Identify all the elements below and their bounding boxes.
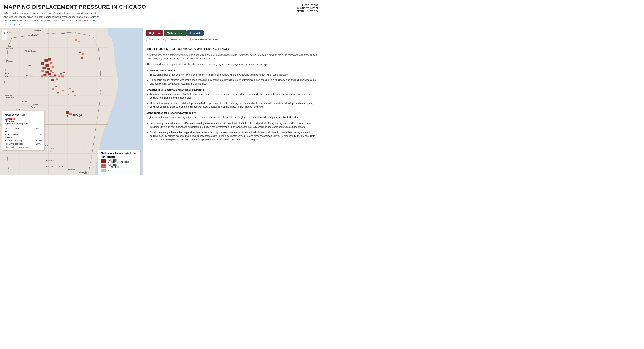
tooltip-section8: Section 8 (5, 136, 42, 139)
svg-text:Glenview: Glenview (31, 34, 38, 36)
high-risk-button[interactable]: High-risk (146, 30, 163, 36)
chip-606-trail[interactable]: 📍 606 Trai... (146, 37, 164, 42)
map-controls: + − (2, 30, 7, 40)
page-header: MAPPING DISPLACEMENT PRESSURE IN CHICAGO… (0, 0, 322, 28)
page-subtitle: Where is displacement a concern in Chica… (4, 11, 100, 26)
location-icon-3: 📍 (189, 38, 192, 40)
tooltip-rent-sub: $900 (5, 130, 42, 132)
svg-rect-34 (47, 68, 50, 70)
svg-text:Mount: Mount (6, 45, 11, 47)
svg-rect-46 (58, 76, 60, 77)
svg-rect-61 (75, 39, 77, 40)
tooltip-project-row: Project-based 0% (5, 133, 42, 136)
low-risk-button[interactable]: Low-risk (187, 30, 204, 36)
svg-rect-48 (63, 72, 64, 73)
chip-paseo-trail[interactable]: 📍 Paseo Trai... (165, 37, 185, 42)
svg-text:Elmwood: Elmwood (31, 104, 38, 106)
zoom-out-button[interactable]: − (2, 35, 7, 40)
svg-text:160: 160 (84, 172, 87, 174)
svg-rect-31 (45, 64, 49, 67)
bullet-list-3: Implement policies that create affordabl… (150, 122, 318, 142)
institute-logo: INSTITUTE FOR HOUSING STUDIES AT DEPAUL … (296, 4, 318, 13)
svg-rect-39 (44, 74, 46, 76)
svg-rect-45 (51, 79, 54, 81)
svg-rect-42 (52, 72, 54, 73)
tooltip-rent-row: Gross rent under 36.8%* (5, 127, 42, 130)
svg-rect-63 (79, 52, 81, 53)
svg-text:Franklin: Franklin (21, 101, 27, 103)
svg-rect-40 (48, 72, 50, 75)
svg-rect-62 (78, 41, 80, 42)
svg-text:Park: Park (31, 106, 35, 108)
svg-text:dison: dison (16, 108, 20, 110)
svg-text:Park: Park (58, 168, 62, 170)
svg-rect-58 (70, 88, 71, 89)
svg-rect-41 (40, 76, 43, 77)
section-heading-3: Opportunities for preserving affordabili… (147, 112, 318, 114)
location-icon-2: 📍 (168, 38, 170, 40)
svg-rect-50 (66, 111, 69, 114)
neighborhood-tooltip: Near West Side Vulnerable High-cost Sign… (2, 111, 44, 150)
svg-text:Morton Grove: Morton Grove (25, 50, 36, 52)
svg-text:✈ ORD: ✈ ORD (12, 100, 16, 102)
svg-text:Niles: Niles (27, 64, 31, 66)
bullet-list-1: These areas have a high share of lower-i… (150, 73, 318, 86)
svg-rect-56 (68, 94, 69, 95)
tooltip-neighborhood: Near West Side (5, 113, 42, 116)
svg-text:Prospect: Prospect (6, 48, 13, 50)
svg-rect-44 (56, 78, 58, 80)
svg-rect-55 (62, 90, 64, 92)
chip-label-2: Paseo Trai... (171, 38, 183, 40)
svg-rect-49 (61, 76, 64, 77)
svg-text:✈ MDW: ✈ MDW (49, 148, 54, 149)
bullet-3-2: Create financing vehicles that support m… (150, 130, 318, 142)
tooltip-footnote: * Data has high margin of error (5, 146, 42, 148)
svg-text:Bensenville: Bensenville (5, 96, 14, 98)
tooltip-nonwhite: Non-white population 60%... (5, 142, 42, 145)
section-3-intro: High demand for market-rate housing in t… (147, 116, 318, 119)
bullet-1-1: These areas have a high share of lower-i… (150, 73, 318, 77)
svg-rect-53 (52, 88, 54, 90)
moderate-risk-button[interactable]: Moderate-risk (164, 30, 186, 36)
svg-text:Plaines: Plaines (7, 60, 13, 62)
svg-text:Evergreen: Evergreen (58, 165, 66, 167)
content-area[interactable]: HIGH-COST NEIGHBORHOODS WITH RISING PRIC… (143, 44, 322, 174)
svg-text:Wilmette: Wilmette (34, 30, 41, 32)
svg-text:194: 194 (50, 151, 52, 152)
tooltip-2to4: 2 to 4 unit buildings 51.6% (5, 140, 42, 142)
svg-text:ood Dale: ood Dale (5, 94, 12, 96)
svg-rect-43 (54, 74, 56, 76)
right-panel: High-risk Moderate-risk Low-risk 📍 606 T… (143, 28, 322, 174)
svg-rect-36 (42, 70, 44, 72)
svg-rect-35 (52, 66, 54, 68)
legend-item-3: Stable (101, 169, 138, 172)
svg-text:Park Ridge: Park Ridge (25, 75, 33, 77)
svg-text:Lincolnwood: Lincolnwood (44, 76, 54, 78)
svg-rect-59 (72, 91, 74, 92)
location-icon-1: 📍 (148, 38, 151, 40)
zoom-in-button[interactable]: + (2, 30, 7, 35)
legend-color-2 (101, 164, 106, 168)
bullet-list-2: Turnover of naturally occurring affordab… (150, 92, 318, 109)
chip-obama-center[interactable]: 📍 Obama Presidential Center (187, 37, 220, 42)
bullet-2-1: Turnover of naturally occurring affordab… (150, 92, 318, 100)
svg-rect-47 (60, 72, 62, 74)
legend-title: Displacement Pressure in Chicago (101, 152, 138, 154)
svg-rect-64 (82, 54, 84, 55)
section-heading-1: Assessing vulnerability (147, 69, 318, 72)
legend-color-1 (101, 159, 106, 163)
map-container[interactable]: Heights Wilmette Glenview Evanston Mount… (0, 28, 143, 174)
section-heading-2: Challenges with maintaining affordable h… (147, 88, 318, 91)
svg-text:Oak Lawn: Oak Lawn (68, 168, 75, 170)
svg-text:Park: Park (21, 103, 25, 105)
legend-item-2: VulnerableRising prices (101, 164, 138, 168)
legend-item-1: VulnerableSignificantly rising prices (101, 159, 138, 163)
svg-text:Elk Grove: Elk Grove (5, 73, 12, 75)
svg-rect-28 (44, 59, 48, 62)
tooltip-risk: Vulnerable High-cost Significantly risin… (5, 118, 42, 125)
chip-label-1: 606 Trai... (152, 38, 161, 40)
svg-text:Des: Des (8, 58, 11, 60)
svg-text:Burbank: Burbank (46, 165, 53, 167)
main-layout: Heights Wilmette Glenview Evanston Mount… (0, 28, 322, 174)
content-intro-italic: Neighborhoods in this category include a… (147, 53, 318, 60)
